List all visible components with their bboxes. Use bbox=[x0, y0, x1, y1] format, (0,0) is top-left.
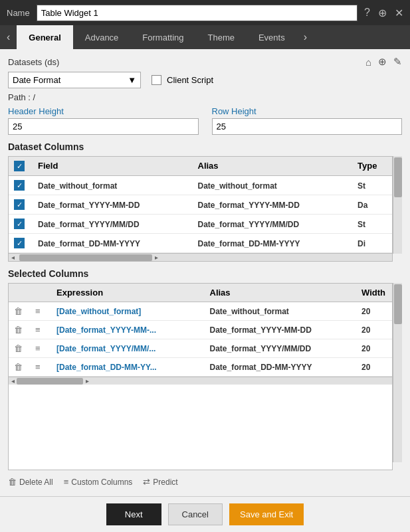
client-script-checkbox[interactable] bbox=[152, 75, 161, 85]
selected-columns-header: Expression Alias Width bbox=[9, 284, 392, 302]
sel-horiz-thumb[interactable] bbox=[17, 378, 83, 385]
sel-row1-expr: [Date_without_format] bbox=[56, 307, 141, 316]
selected-vert-scrollbar[interactable] bbox=[393, 283, 402, 462]
move-icon[interactable]: ⊕ bbox=[378, 7, 387, 19]
selected-columns-table: Expression Alias Width 🗑 ≡ [Date_without… bbox=[8, 283, 393, 470]
tab-prev-button[interactable]: ‹ bbox=[0, 25, 17, 49]
row4-type: Di bbox=[358, 239, 365, 248]
delete-all-label: Delete All bbox=[19, 478, 53, 487]
eq-row1-icon[interactable]: ≡ bbox=[35, 306, 41, 316]
home-icon[interactable]: ⌂ bbox=[365, 56, 371, 68]
row2-field: Date_format_YYYY-MM-DD bbox=[38, 201, 140, 210]
selected-columns-table-container: Expression Alias Width 🗑 ≡ [Date_without… bbox=[8, 283, 402, 470]
sel-row2-width: 20 bbox=[361, 325, 370, 335]
delete-row4-icon[interactable]: 🗑 bbox=[14, 362, 23, 372]
tab-advance[interactable]: Advance bbox=[73, 25, 131, 49]
save-exit-button[interactable]: Save and Exit bbox=[229, 503, 304, 525]
row2-alias: Date_format_YYYY-MM-DD bbox=[198, 201, 300, 210]
row2-type: Da bbox=[358, 201, 367, 210]
delete-row3-icon[interactable]: 🗑 bbox=[14, 343, 23, 353]
header-height-input[interactable] bbox=[8, 118, 199, 135]
dropdown-row: Date Format ▼ Client Script bbox=[8, 72, 402, 88]
sel-row1-width: 20 bbox=[361, 307, 370, 316]
client-script-row: Client Script bbox=[152, 75, 213, 85]
footer: Next Cancel Save and Exit bbox=[0, 496, 410, 532]
field-col-header: Field bbox=[33, 157, 193, 175]
title-bar: Name ? ⊕ ✕ bbox=[0, 0, 410, 25]
sel-row4-expr: [Date_format_DD-MM-YY... bbox=[56, 363, 157, 372]
table-row: Date_format_DD-MM-YYYY Date_format_DD-MM… bbox=[9, 234, 392, 253]
selected-horiz-scrollbar[interactable]: ◂ ▸ bbox=[9, 377, 392, 385]
dataset-columns-table: Field Alias Type Date_without_format Dat… bbox=[8, 156, 393, 262]
title-icons: ? ⊕ ✕ bbox=[364, 7, 403, 19]
dropdown-arrow: ▼ bbox=[128, 75, 136, 85]
table-row: Date_format_YYYY/MM/DD Date_format_YYYY/… bbox=[9, 215, 392, 234]
edit-dataset-icon[interactable]: ✎ bbox=[393, 56, 402, 68]
datasets-label: Datasets (ds) bbox=[8, 57, 59, 67]
dataset-columns-heading: Dataset Columns bbox=[8, 141, 402, 152]
sel-vert-scrollbar-thumb[interactable] bbox=[394, 284, 402, 324]
type-col-header: Type bbox=[352, 157, 392, 175]
row3-checkbox[interactable] bbox=[14, 219, 25, 229]
cancel-button[interactable]: Cancel bbox=[168, 503, 223, 525]
sel-row3-expr: [Date_format_YYYY/MM/... bbox=[56, 344, 155, 353]
selected-row: 🗑 ≡ [Date_format_YYYY-MM-... Date_format… bbox=[9, 321, 392, 339]
sel-horiz-right-arrow[interactable]: ▸ bbox=[83, 377, 91, 385]
expr-col-header: Expression bbox=[52, 284, 206, 302]
path-label: Path : bbox=[8, 92, 31, 102]
header-height-label: Header Height bbox=[8, 106, 199, 116]
delete-all-icon: 🗑 bbox=[8, 477, 17, 487]
horiz-left-arrow[interactable]: ◂ bbox=[9, 254, 17, 261]
date-format-dropdown[interactable]: Date Format ▼ bbox=[8, 72, 141, 88]
delete-row1-icon[interactable]: 🗑 bbox=[14, 306, 23, 316]
client-script-label: Client Script bbox=[167, 75, 213, 85]
dataset-vert-scrollbar[interactable] bbox=[393, 156, 402, 254]
selected-row: 🗑 ≡ [Date_format_DD-MM-YY... Date_format… bbox=[9, 358, 392, 377]
predict-button[interactable]: ⇄ Predict bbox=[143, 477, 177, 487]
sel-row3-alias: Date_format_YYYY/MM/DD bbox=[210, 344, 312, 353]
add-dataset-icon[interactable]: ⊕ bbox=[378, 56, 387, 68]
row1-checkbox[interactable] bbox=[14, 180, 25, 191]
vert-scrollbar-thumb[interactable] bbox=[394, 157, 402, 197]
help-icon[interactable]: ? bbox=[364, 7, 370, 19]
dataset-horiz-scrollbar[interactable]: ◂ ▸ bbox=[9, 253, 392, 261]
sel-horiz-left-arrow[interactable]: ◂ bbox=[9, 377, 17, 385]
widget-name-input[interactable] bbox=[37, 5, 358, 21]
row4-checkbox[interactable] bbox=[14, 238, 25, 248]
delete-row2-icon[interactable]: 🗑 bbox=[14, 325, 23, 335]
dataset-columns-header: Field Alias Type bbox=[9, 157, 392, 176]
row4-field: Date_format_DD-MM-YYYY bbox=[38, 239, 140, 248]
next-button[interactable]: Next bbox=[106, 503, 161, 525]
row1-field: Date_without_format bbox=[38, 181, 117, 191]
select-all-checkbox[interactable] bbox=[14, 161, 25, 171]
tab-theme[interactable]: Theme bbox=[195, 25, 246, 49]
tab-next-button[interactable]: › bbox=[297, 25, 314, 49]
predict-icon: ⇄ bbox=[143, 477, 150, 487]
main-window: Name ? ⊕ ✕ ‹ General Advance Formatting … bbox=[0, 0, 410, 532]
row3-type: St bbox=[358, 220, 365, 229]
close-icon[interactable]: ✕ bbox=[395, 7, 403, 19]
delete-all-button[interactable]: 🗑 Delete All bbox=[8, 477, 53, 487]
heights-row: Header Height Row Height bbox=[8, 106, 402, 135]
tab-events[interactable]: Events bbox=[247, 25, 297, 49]
row2-checkbox[interactable] bbox=[14, 199, 25, 210]
bottom-actions: 🗑 Delete All ≡ Custom Columns ⇄ Predict bbox=[8, 474, 402, 489]
dataset-columns-table-container: Field Alias Type Date_without_format Dat… bbox=[8, 156, 402, 262]
sel-row2-alias: Date_format_YYYY-MM-DD bbox=[210, 325, 312, 335]
selected-row: 🗑 ≡ [Date_format_YYYY/MM/... Date_format… bbox=[9, 339, 392, 358]
eq-row3-icon[interactable]: ≡ bbox=[35, 343, 41, 353]
sel-row2-expr: [Date_format_YYYY-MM-... bbox=[56, 325, 156, 335]
eq-row4-icon[interactable]: ≡ bbox=[35, 362, 41, 372]
row1-type: St bbox=[358, 181, 365, 191]
custom-columns-button[interactable]: ≡ Custom Columns bbox=[64, 477, 133, 487]
row3-alias: Date_format_YYYY/MM/DD bbox=[198, 220, 300, 229]
eq-row2-icon[interactable]: ≡ bbox=[35, 325, 41, 335]
tab-general[interactable]: General bbox=[17, 25, 72, 49]
row-height-input[interactable] bbox=[212, 118, 403, 135]
horiz-right-arrow[interactable]: ▸ bbox=[152, 254, 160, 261]
tab-formatting[interactable]: Formatting bbox=[130, 25, 195, 49]
path-value: / bbox=[33, 92, 36, 102]
horiz-scrollbar-thumb[interactable] bbox=[19, 254, 152, 261]
tabs-bar: ‹ General Advance Formatting Theme Event… bbox=[0, 25, 410, 49]
row4-alias: Date_format_DD-MM-YYYY bbox=[198, 239, 300, 248]
